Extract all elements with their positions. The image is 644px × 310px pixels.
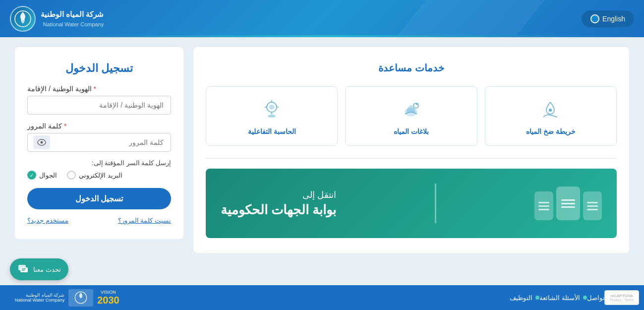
vision-label: VISION bbox=[97, 290, 119, 295]
login-btn-label: تسجيل الدخول bbox=[75, 194, 123, 203]
pump-map-card[interactable]: خريطة ضخ المياه bbox=[485, 86, 617, 146]
water-reports-icon bbox=[399, 97, 424, 122]
id-field-group: * الهوية الوطنية / الإقامة bbox=[27, 85, 171, 122]
forgot-password-link[interactable]: نسيت كلمة المرور؟ bbox=[118, 217, 171, 224]
gov-banner[interactable]: انتقل إلى بوابة الجهات الحكومية bbox=[206, 169, 617, 238]
pw-required: * bbox=[64, 122, 66, 130]
svg-point-12 bbox=[41, 141, 43, 144]
logo-english: National Water Company bbox=[41, 20, 104, 29]
otp-options: البريد الإلكتروني الجوال bbox=[27, 171, 171, 180]
mobile-option-label: الجوال bbox=[39, 172, 57, 179]
main-content: خدمات مساعدة الحاسبة التفاعلية bbox=[0, 37, 644, 285]
svg-point-7 bbox=[268, 115, 276, 118]
service-cards: الحاسبة التفاعلية بلاغات المياه bbox=[206, 86, 617, 146]
password-label: * كلمة المرور bbox=[27, 122, 171, 130]
vision-badge: VISION 2030 شركة المياه الوطنية National… bbox=[15, 289, 119, 307]
jobs-label: التوظيف bbox=[510, 294, 532, 302]
footer-company: شركة المياه الوطنية National Water Compa… bbox=[15, 293, 64, 303]
banner-divider bbox=[435, 184, 436, 223]
globe-icon: 🌐 bbox=[590, 14, 599, 23]
footer-company-en: National Water Company bbox=[15, 298, 64, 303]
language-button[interactable]: English 🌐 bbox=[582, 10, 634, 27]
faq-link[interactable]: الأسئلة الشائعة bbox=[539, 294, 587, 302]
logo-text: شركة المياه الوطنية National Water Compa… bbox=[41, 9, 104, 28]
otp-section: إرسل كلمة السر المؤقتة إلى: البريد الإلك… bbox=[27, 159, 171, 180]
water-reports-card[interactable]: بلاغات المياه bbox=[345, 86, 477, 146]
logo-area: شركة المياه الوطنية National Water Compa… bbox=[10, 6, 104, 32]
id-required: * bbox=[94, 85, 96, 93]
password-wrapper bbox=[27, 133, 171, 152]
otp-label: إرسل كلمة السر المؤقتة إلى: bbox=[92, 159, 171, 167]
toggle-password-button[interactable] bbox=[33, 135, 50, 149]
banner-phones-icon bbox=[534, 186, 602, 220]
faq-label: الأسئلة الشائعة bbox=[539, 294, 580, 302]
divider bbox=[206, 158, 617, 159]
login-button[interactable]: تسجيل الدخول bbox=[27, 188, 171, 209]
login-panel: تسجيل الدخول * الهوية الوطنية / الإقامة … bbox=[15, 47, 183, 239]
faq-dot bbox=[583, 296, 587, 300]
id-input[interactable] bbox=[27, 96, 171, 115]
email-radio[interactable] bbox=[67, 171, 76, 180]
login-title: تسجيل الدخول bbox=[27, 62, 171, 75]
pump-map-label: خريطة ضخ المياه bbox=[526, 127, 576, 135]
water-reports-label: بلاغات المياه bbox=[394, 127, 429, 135]
id-label: * الهوية الوطنية / الإقامة bbox=[27, 85, 171, 93]
bottom-links: نسيت كلمة المرور؟ مستخدم جديد؟ bbox=[27, 217, 171, 224]
banner-line1: انتقل إلى bbox=[221, 189, 336, 200]
header: English 🌐 شركة المياه الوطنية National W… bbox=[0, 0, 644, 37]
lang-label: English bbox=[602, 15, 625, 23]
vision-year: 2030 bbox=[97, 295, 119, 306]
services-title: خدمات مساعدة bbox=[206, 62, 617, 74]
id-label-text: الهوية الوطنية / الإقامة bbox=[27, 85, 92, 93]
logo-circle bbox=[10, 6, 36, 32]
password-label-text: كلمة المرور bbox=[27, 122, 62, 130]
chat-label: تحدث معنا bbox=[33, 266, 61, 273]
svg-point-2 bbox=[269, 105, 274, 110]
calculator-icon bbox=[259, 97, 284, 122]
mobile-option[interactable]: الجوال bbox=[27, 171, 57, 180]
footer: ابق على تواصل الأسئلة الشائعة التوظيف VI… bbox=[0, 285, 644, 310]
banner-line2: بوابة الجهات الحكومية bbox=[221, 202, 336, 218]
svg-rect-15 bbox=[20, 267, 28, 272]
calculator-card[interactable]: الحاسبة التفاعلية bbox=[206, 86, 338, 146]
svg-point-10 bbox=[549, 109, 552, 112]
email-option[interactable]: البريد الإلكتروني bbox=[67, 171, 122, 180]
header-decoration bbox=[396, 0, 545, 37]
pump-map-icon bbox=[538, 97, 563, 122]
password-field-group: * كلمة المرور bbox=[27, 122, 171, 152]
logo-arabic: شركة المياه الوطنية bbox=[41, 9, 104, 20]
vision-text: VISION 2030 bbox=[97, 290, 119, 306]
chat-icon bbox=[17, 263, 29, 275]
mobile-radio[interactable] bbox=[27, 171, 36, 180]
footer-logo-small bbox=[68, 289, 93, 307]
calculator-label: الحاسبة التفاعلية bbox=[248, 127, 296, 135]
jobs-link[interactable]: التوظيف bbox=[510, 294, 539, 302]
email-option-label: البريد الإلكتروني bbox=[79, 172, 122, 179]
left-panel: خدمات مساعدة الحاسبة التفاعلية bbox=[193, 47, 629, 253]
new-user-link[interactable]: مستخدم جديد؟ bbox=[27, 217, 68, 224]
footer-company-ar: شركة المياه الوطنية bbox=[15, 293, 64, 298]
chat-button[interactable]: تحدث معنا bbox=[10, 258, 68, 280]
banner-text: انتقل إلى بوابة الجهات الحكومية bbox=[221, 189, 336, 218]
jobs-dot bbox=[535, 296, 539, 300]
recaptcha-badge: reCAPTCHA Privacy - Terms bbox=[604, 290, 639, 305]
